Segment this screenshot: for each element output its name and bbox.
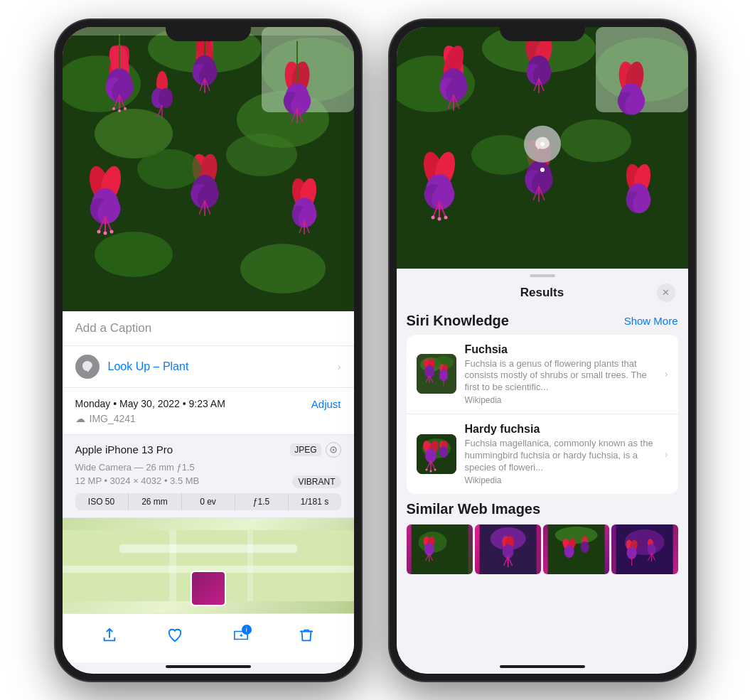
- siri-knowledge-title: Siri Knowledge: [407, 313, 509, 329]
- bottom-toolbar: ✦ i: [63, 613, 354, 662]
- caption-area[interactable]: Add a Caption: [63, 311, 354, 346]
- close-icon: ✕: [662, 287, 670, 298]
- svg-point-182: [555, 527, 598, 544]
- svg-point-164: [439, 446, 448, 458]
- photo-date: Monday • May 30, 2022 • 9:23 AM: [75, 398, 225, 409]
- hardy-fuchsia-chevron-icon: ›: [665, 448, 668, 460]
- similar-image-1[interactable]: [407, 524, 473, 574]
- svg-point-160: [429, 470, 432, 473]
- lookup-row[interactable]: Look Up – Plant ›: [63, 346, 354, 388]
- photo-info-section: Monday • May 30, 2022 • 9:23 AM Adjust ☁…: [63, 388, 354, 435]
- svg-point-187: [581, 542, 589, 553]
- share-button[interactable]: [97, 623, 122, 648]
- svg-rect-79: [119, 544, 297, 553]
- format-badge: JPEG: [290, 443, 321, 456]
- left-phone: Add a Caption Look Up – Plant › Monday •…: [55, 20, 361, 681]
- results-header: Results ✕: [397, 280, 688, 306]
- map-photo-thumbnail: [191, 571, 226, 606]
- svg-point-72: [226, 134, 297, 176]
- similar-title: Similar Web Images: [407, 501, 678, 517]
- similar-section: Similar Web Images: [407, 494, 678, 580]
- svg-point-52: [97, 230, 100, 233]
- hardy-fuchsia-name: Hardy fuchsia: [465, 423, 656, 436]
- fuchsia-source: Wikipedia: [465, 395, 656, 405]
- similar-image-3[interactable]: [543, 524, 609, 574]
- fuchsia-chevron-icon: ›: [665, 368, 668, 379]
- svg-point-149: [439, 370, 448, 381]
- settings-circle-icon[interactable]: [326, 442, 341, 458]
- svg-point-136: [560, 119, 631, 162]
- close-button[interactable]: ✕: [657, 284, 675, 302]
- resolution-info: 12 MP • 3024 × 4032 • 3.5 MB: [75, 475, 200, 486]
- knowledge-card: Fuchsia Fuchsia is a genus of flowering …: [407, 335, 678, 494]
- map-area[interactable]: [63, 518, 354, 613]
- hardy-fuchsia-source: Wikipedia: [465, 475, 656, 485]
- svg-point-120: [437, 217, 441, 220]
- svg-point-18: [124, 107, 127, 110]
- lookup-icon: [75, 355, 100, 379]
- right-phone-screen: Results ✕ Siri Knowledge Show More: [397, 27, 688, 674]
- svg-point-73: [95, 232, 173, 277]
- left-phone-screen: Add a Caption Look Up – Plant › Monday •…: [63, 27, 354, 674]
- phone-notch: [166, 20, 251, 41]
- right-home-indicator: [500, 665, 585, 668]
- image-filename: IMG_4241: [90, 413, 136, 424]
- fuchsia-description: Fuchsia is a genus of flowering plants t…: [465, 358, 656, 394]
- hardy-fuchsia-text: Hardy fuchsia Fuchsia magellanica, commo…: [465, 423, 656, 485]
- similar-image-2[interactable]: [475, 524, 541, 574]
- svg-point-54: [109, 230, 113, 233]
- svg-point-77: [332, 448, 334, 451]
- favorite-button[interactable]: [162, 623, 188, 648]
- exif-ev: 0 ev: [182, 493, 235, 510]
- svg-point-159: [425, 469, 427, 471]
- svg-point-71: [137, 149, 201, 189]
- delete-button[interactable]: [294, 623, 319, 648]
- fuchsia-thumbnail: [417, 354, 456, 394]
- svg-point-185: [564, 545, 574, 558]
- lookup-label: Look Up –: [108, 360, 160, 372]
- caption-placeholder: Add a Caption: [75, 321, 152, 335]
- right-photo-display: [397, 27, 688, 269]
- svg-point-74: [240, 244, 326, 294]
- results-content: Siri Knowledge Show More: [397, 306, 688, 662]
- svg-point-121: [444, 215, 447, 219]
- knowledge-item-hardy-fuchsia[interactable]: Hardy fuchsia Fuchsia magellanica, commo…: [407, 414, 678, 494]
- knowledge-item-fuchsia[interactable]: Fuchsia Fuchsia is a genus of flowering …: [407, 335, 678, 415]
- hardy-fuchsia-description: Fuchsia magellanica, commonly known as t…: [465, 438, 656, 474]
- style-badge: VIBRANT: [292, 475, 341, 488]
- show-more-button[interactable]: Show More: [624, 315, 678, 327]
- exif-iso: ISO 50: [75, 493, 129, 510]
- lookup-text: Look Up – Plant: [108, 360, 189, 373]
- photo-display[interactable]: [63, 27, 354, 311]
- lookup-chevron-icon: ›: [338, 361, 341, 372]
- fuchsia-text: Fuchsia Fuchsia is a genus of flowering …: [465, 343, 656, 406]
- results-title: Results: [520, 286, 564, 300]
- similar-image-4[interactable]: [611, 524, 677, 574]
- svg-rect-81: [169, 530, 176, 601]
- cloud-icon: ☁: [75, 413, 85, 424]
- svg-rect-82: [247, 530, 253, 601]
- svg-point-137: [540, 141, 545, 146]
- visual-lookup-button[interactable]: [524, 125, 561, 162]
- exif-aperture: ƒ1.5: [235, 493, 289, 510]
- hardy-fuchsia-thumbnail: [417, 434, 456, 474]
- results-panel: Results ✕ Siri Knowledge Show More: [397, 269, 688, 662]
- svg-point-119: [431, 215, 434, 219]
- siri-knowledge-header: Siri Knowledge Show More: [407, 306, 678, 335]
- lens-info: Wide Camera — 26 mm ƒ1.5: [75, 462, 341, 473]
- svg-point-161: [434, 469, 436, 471]
- camera-info-section: Apple iPhone 13 Pro JPEG Wide Camera — 2…: [63, 435, 354, 518]
- panel-handle: [530, 274, 555, 277]
- camera-model: Apple iPhone 13 Pro: [75, 443, 173, 456]
- svg-point-17: [118, 109, 121, 112]
- svg-point-53: [103, 231, 107, 235]
- lookup-subject: Plant: [163, 360, 188, 372]
- info-button[interactable]: ✦ i: [228, 623, 254, 648]
- adjust-button[interactable]: Adjust: [311, 398, 341, 410]
- exif-focal: 26 mm: [129, 493, 182, 510]
- lookup-dot-indicator: [540, 168, 545, 172]
- svg-point-16: [112, 107, 115, 110]
- fuchsia-name: Fuchsia: [465, 343, 656, 356]
- home-indicator: [166, 665, 251, 668]
- exif-row: ISO 50 26 mm 0 ev ƒ1.5 1/181 s: [75, 493, 341, 510]
